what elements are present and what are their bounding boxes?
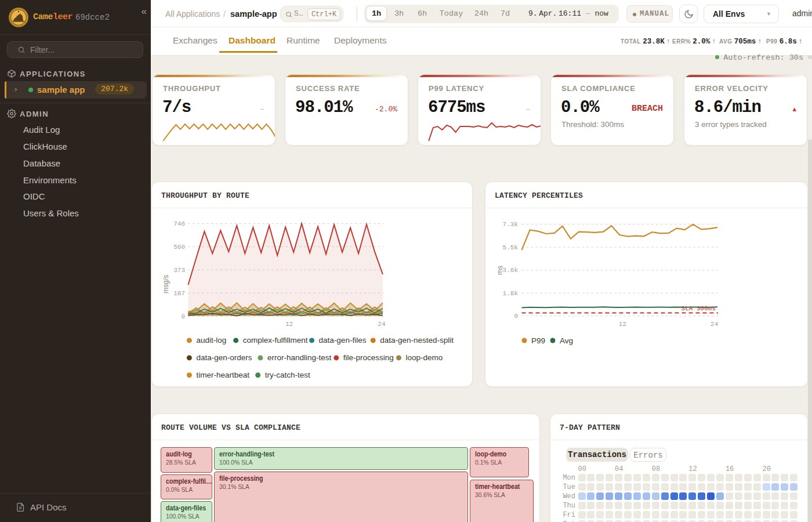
svg-text:data-gen-files: data-gen-files — [319, 336, 367, 345]
svg-text:24: 24 — [378, 321, 386, 328]
svg-text:SLA 300ms: SLA 300ms — [682, 305, 716, 312]
svg-text:12: 12 — [619, 321, 626, 328]
svg-text:data-gen-nested-split: data-gen-nested-split — [380, 336, 454, 345]
svg-text:560: 560 — [173, 244, 185, 251]
svg-text:audit-log: audit-log — [196, 336, 226, 345]
svg-text:7.3k: 7.3k — [503, 221, 519, 228]
svg-text:373: 373 — [173, 267, 185, 274]
svg-text:1.8k: 1.8k — [503, 290, 519, 297]
svg-text:0: 0 — [181, 313, 185, 320]
svg-text:data-gen-orders: data-gen-orders — [196, 353, 252, 362]
svg-text:ms: ms — [496, 266, 504, 275]
svg-text:3.6k: 3.6k — [503, 267, 519, 274]
svg-text:5.5k: 5.5k — [503, 244, 519, 251]
svg-text:error-handling-test: error-handling-test — [267, 353, 332, 362]
svg-text:187: 187 — [173, 290, 185, 297]
svg-text:loop-demo: loop-demo — [406, 353, 443, 362]
svg-text:746: 746 — [173, 220, 185, 227]
svg-text:try-catch-test: try-catch-test — [265, 371, 310, 379]
svg-text:12: 12 — [285, 321, 293, 328]
svg-text:P99: P99 — [531, 336, 545, 345]
svg-text:complex-fulfillment: complex-fulfillment — [243, 336, 308, 345]
svg-text:msg/s: msg/s — [162, 275, 170, 293]
svg-text:file-processing: file-processing — [343, 353, 394, 362]
svg-text:0: 0 — [514, 313, 518, 320]
svg-text:Avg: Avg — [560, 336, 573, 345]
svg-text:24: 24 — [710, 321, 719, 328]
svg-text:timer-heartbeat: timer-heartbeat — [196, 371, 249, 379]
